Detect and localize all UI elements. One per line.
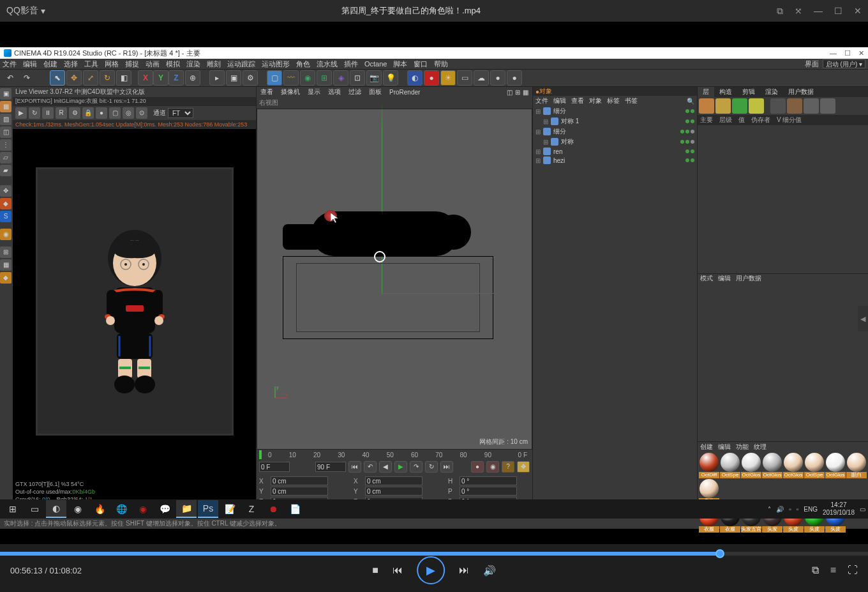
play-back[interactable]: ◀	[379, 461, 392, 473]
lv-start[interactable]: ▶	[15, 107, 27, 119]
octane-sphere2[interactable]: ●	[507, 70, 522, 86]
timeline-start-field[interactable]	[259, 462, 290, 472]
vp-btn[interactable]: ▦	[523, 89, 528, 96]
lv-settings[interactable]: ⚙	[69, 107, 80, 119]
minimize-icon[interactable]: —	[814, 6, 823, 17]
obj-menu-item[interactable]: 文件	[535, 96, 548, 105]
axis-z-button[interactable]: Z	[168, 70, 184, 86]
obj-menu-item[interactable]: 书签	[625, 96, 638, 105]
array-tool[interactable]: ⊞	[317, 70, 332, 86]
material-swatch[interactable]: OctSpe	[720, 453, 740, 478]
keyframe-opts[interactable]: ✥	[517, 461, 530, 473]
menu-item[interactable]: 流水线	[317, 59, 338, 69]
make-editable[interactable]: ▣	[0, 88, 11, 100]
pos-x[interactable]	[271, 476, 328, 485]
go-start[interactable]: ⏮	[348, 461, 361, 473]
lv-pause[interactable]: ⏸	[42, 107, 54, 119]
lv-lock[interactable]: 🔒	[82, 107, 94, 119]
attr-tab[interactable]: 剪辑	[737, 87, 760, 97]
material-swatch[interactable]: OctGlos	[741, 453, 761, 478]
model-mode[interactable]: ▦	[0, 101, 11, 112]
material-swatch[interactable]: OctDiff	[699, 453, 719, 478]
c4d-maximize-icon[interactable]: ☐	[844, 49, 851, 57]
octane-sphere[interactable]: ●	[490, 70, 505, 86]
texture-mode[interactable]: ▨	[0, 114, 11, 125]
record-keyframe[interactable]: ●	[471, 461, 484, 473]
menu-item[interactable]: 创建	[43, 59, 57, 69]
workplane-mode[interactable]: ◫	[0, 126, 11, 138]
material-menu-item[interactable]: 纹理	[754, 443, 767, 452]
keyframe-sel[interactable]: ?	[502, 461, 514, 473]
attr-tab[interactable]: 用户数据	[783, 87, 819, 97]
unknown-tool[interactable]: ◆	[0, 272, 11, 284]
lv-refresh[interactable]: ↻	[29, 107, 40, 119]
rot-h[interactable]	[460, 476, 517, 485]
lv-focus[interactable]: ◎	[123, 107, 134, 119]
task-view[interactable]: ▭	[24, 500, 45, 518]
menu-item[interactable]: 插件	[344, 59, 358, 69]
system-clock[interactable]: 14:27 2019/10/18	[823, 501, 855, 517]
c4d-close-icon[interactable]: ✕	[858, 49, 864, 57]
lv-region[interactable]: ▢	[109, 107, 121, 119]
layer-icon-5[interactable]	[770, 98, 786, 114]
step-forward[interactable]: ↷	[410, 461, 423, 473]
taskbar-notes[interactable]: 📝	[220, 500, 240, 518]
progress-knob[interactable]	[715, 549, 724, 558]
progress-bar[interactable]	[0, 552, 868, 556]
taskbar-explorer[interactable]: 📁	[176, 500, 197, 518]
taskbar-chrome[interactable]: 🌐	[111, 500, 131, 518]
viewport-solo[interactable]: ◉	[0, 229, 11, 240]
vp-btn[interactable]: ⊞	[515, 89, 520, 96]
planar-workplane[interactable]: ▦	[0, 259, 11, 271]
octane-misc1[interactable]: ▭	[457, 70, 472, 86]
axis-mode[interactable]: ✥	[0, 185, 11, 197]
obj-menu-item[interactable]: 标签	[607, 96, 620, 105]
go-end[interactable]: ⏭	[440, 461, 453, 473]
object-row[interactable]: ⊞对称 1	[533, 116, 697, 126]
octane-settings-button[interactable]: ☀	[440, 70, 456, 86]
locked-workplane[interactable]: ⊞	[0, 247, 11, 258]
material-swatch[interactable]: OctSpe	[804, 453, 825, 478]
light-tool[interactable]: 💡	[383, 70, 398, 86]
lv-pick[interactable]: ⊙	[136, 107, 147, 119]
attr-tab[interactable]: 构造	[714, 87, 737, 97]
taskbar-ps[interactable]: Ps	[198, 500, 218, 518]
taskbar-wechat[interactable]: 💬	[154, 500, 175, 518]
menu-item[interactable]: 渲染	[186, 59, 200, 69]
taskbar-netease[interactable]: ◉	[133, 500, 153, 518]
vp-menu-item[interactable]: ProRender	[389, 89, 420, 96]
vp-menu-item[interactable]: 摄像机	[281, 87, 300, 96]
search-icon[interactable]: 🔍	[687, 98, 694, 105]
mode-tab[interactable]: 用户数据	[736, 274, 761, 283]
select-tool[interactable]: ⬉	[50, 70, 65, 86]
redo-button[interactable]: ↷	[19, 70, 34, 86]
menu-item[interactable]: 捕捉	[125, 59, 139, 69]
camera-tool[interactable]: 📷	[366, 70, 382, 86]
menu-item[interactable]: 网格	[105, 59, 119, 69]
snapshot-button[interactable]: ⧉	[812, 565, 819, 576]
axis-x-button[interactable]: X	[138, 70, 153, 86]
step-back[interactable]: ↶	[364, 461, 377, 473]
obj-menu-item[interactable]: 查看	[571, 96, 584, 105]
octane-render-button[interactable]: ●	[424, 70, 439, 86]
taskbar-app2[interactable]: ◉	[68, 500, 88, 518]
spline-tool[interactable]: 〰	[283, 70, 299, 86]
render-settings-button[interactable]: ⚙	[243, 70, 258, 86]
material-swatch[interactable]: OctGlos	[783, 453, 804, 478]
side-expand-tab[interactable]: ◀	[858, 306, 868, 331]
menu-item[interactable]: 运动跟踪	[227, 59, 255, 69]
menu-item[interactable]: 窗口	[414, 59, 428, 69]
start-button[interactable]: ⊞	[3, 500, 23, 518]
viewport[interactable]: yx 网格间距 : 10 cm	[257, 109, 532, 450]
nurbs-tool[interactable]: ◉	[300, 70, 315, 86]
tray-volume-icon[interactable]: 🔊	[776, 506, 784, 513]
polygon-mode[interactable]: ▰	[0, 165, 11, 176]
layer-icon-4[interactable]	[749, 98, 764, 114]
menu-item[interactable]: 帮助	[434, 59, 448, 69]
mode-tab[interactable]: 编辑	[718, 274, 731, 283]
autokey[interactable]: ◉	[486, 461, 499, 473]
pip-icon[interactable]: ⧉	[777, 6, 783, 17]
layer-icon-6[interactable]	[787, 98, 802, 114]
menu-item[interactable]: 脚本	[393, 59, 407, 69]
cube-primitive[interactable]: ▢	[267, 70, 282, 86]
